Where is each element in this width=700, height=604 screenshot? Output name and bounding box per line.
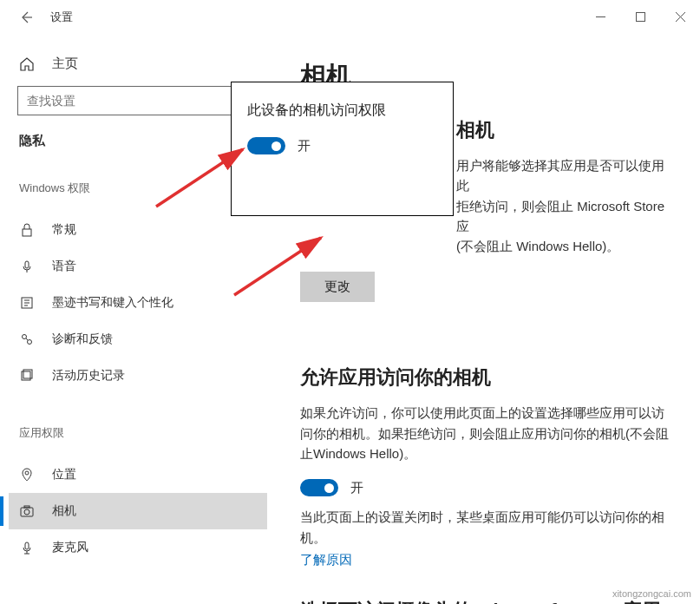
- privacy-section-label: 隐私: [17, 133, 267, 149]
- back-button[interactable]: [17, 9, 35, 26]
- nav-inking[interactable]: 墨迹书写和键入个性化: [17, 285, 267, 321]
- home-label: 主页: [52, 56, 78, 72]
- camera-access-popup: 此设备的相机访问权限 开: [231, 82, 454, 216]
- nav-label: 诊断和反馈: [52, 332, 113, 347]
- nav-label: 麦克风: [52, 540, 88, 555]
- nav-label: 常规: [52, 222, 76, 238]
- svg-point-10: [28, 340, 32, 345]
- nav-label: 墨迹书写和键入个性化: [52, 295, 173, 311]
- svg-rect-17: [25, 542, 29, 549]
- location-icon: [19, 467, 35, 483]
- home-icon: [19, 56, 35, 72]
- popup-toggle-label: 开: [298, 138, 311, 154]
- lock-icon: [19, 222, 35, 238]
- svg-point-15: [24, 509, 29, 515]
- nav-label: 相机: [52, 503, 76, 519]
- apps-access-toggle[interactable]: [300, 479, 338, 496]
- inking-icon: [19, 295, 35, 311]
- speech-icon: [19, 259, 35, 274]
- home-nav[interactable]: 主页: [17, 56, 267, 72]
- search-input[interactable]: [27, 94, 240, 108]
- nav-label: 活动历史记录: [52, 368, 125, 384]
- toggle-label: 开: [350, 480, 363, 496]
- app-perm-group: 应用权限: [19, 425, 267, 441]
- microphone-icon: [19, 540, 35, 555]
- section3-heading: 选择可访问摄像头的 Microsoft Store 应用: [300, 598, 674, 604]
- watermark: xitongzongcai.com: [612, 588, 691, 599]
- svg-rect-6: [23, 229, 31, 236]
- nav-camera[interactable]: 相机: [9, 493, 267, 529]
- note-text: 当此页面上的设置关闭时，某些桌面应用可能仍可以访问你的相机。: [300, 507, 674, 548]
- change-button[interactable]: 更改: [300, 272, 375, 302]
- nav-general[interactable]: 常规: [17, 212, 267, 248]
- nav-diagnostics[interactable]: 诊断和反馈: [17, 321, 267, 358]
- nav-label: 语音: [52, 259, 76, 274]
- window-title: 设置: [50, 10, 73, 25]
- minimize-button[interactable]: [580, 3, 620, 31]
- search-box[interactable]: [17, 86, 267, 115]
- nav-microphone[interactable]: 麦克风: [17, 529, 267, 566]
- svg-rect-16: [24, 506, 29, 508]
- feedback-icon: [19, 332, 35, 347]
- popup-title: 此设备的相机访问权限: [247, 102, 437, 120]
- camera-icon: [19, 503, 35, 519]
- svg-rect-7: [25, 261, 29, 268]
- nav-activity[interactable]: 活动历史记录: [17, 358, 267, 394]
- close-button[interactable]: [660, 3, 700, 31]
- section2-body: 如果允许访问，你可以使用此页面上的设置选择哪些应用可以访问你的相机。如果拒绝访问…: [300, 403, 674, 463]
- svg-rect-1: [636, 13, 644, 22]
- nav-location[interactable]: 位置: [17, 456, 267, 493]
- maximize-button[interactable]: [620, 3, 660, 31]
- nav-speech[interactable]: 语音: [17, 248, 267, 285]
- device-camera-toggle[interactable]: [247, 137, 285, 154]
- section2-heading: 允许应用访问你的相机: [300, 364, 674, 391]
- svg-point-13: [25, 471, 29, 475]
- learn-more-link[interactable]: 了解原因: [300, 552, 352, 567]
- nav-label: 位置: [52, 467, 76, 483]
- svg-point-9: [23, 335, 27, 339]
- history-icon: [19, 368, 35, 384]
